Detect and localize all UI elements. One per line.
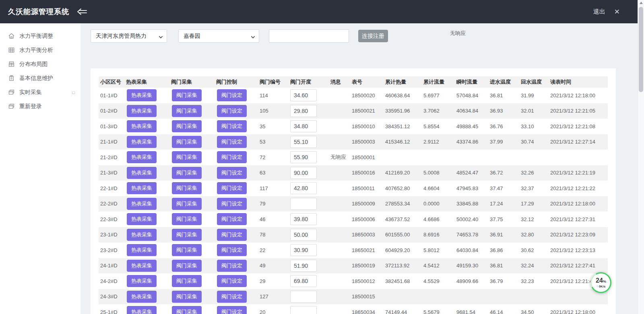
valve-collect-button[interactable]: 阀门采集: [172, 213, 202, 225]
inlet-temp-cell: 36.72: [488, 170, 519, 176]
sidebar-item-分布布局图[interactable]: 分布布局图: [0, 57, 80, 71]
valve-collect-button[interactable]: 阀门采集: [172, 136, 202, 148]
zone-cell: 01-1#D: [99, 92, 124, 99]
inlet-temp-cell: 37.47: [488, 185, 519, 191]
valve-collect-button[interactable]: 阀门采集: [172, 105, 202, 117]
valve-opening-input[interactable]: [290, 89, 317, 101]
heat-meter-collect-button[interactable]: 热表采集: [127, 120, 157, 132]
valve-set-button[interactable]: 阀门设定: [217, 260, 247, 272]
valve-collect-button[interactable]: 阀门采集: [172, 306, 202, 314]
inlet-temp-cell: 37.75: [488, 216, 519, 222]
inlet-temp-cell: 36.93: [488, 108, 519, 114]
heat-meter-collect-button[interactable]: 热表采集: [127, 213, 157, 225]
instant-flow-cell: 57048.84: [455, 92, 488, 99]
valve-set-button[interactable]: 阀门设定: [217, 89, 247, 101]
network-speed-badge[interactable]: 24% ↑ 0K/s: [590, 272, 611, 293]
heat-meter-collect-button[interactable]: 热表采集: [127, 291, 157, 303]
instant-flow-cell: 64030.84: [455, 247, 488, 253]
meter-number-cell: 18500011: [350, 185, 384, 191]
zone-cell: 22-1#D: [99, 185, 124, 191]
valve-opening-input[interactable]: [290, 244, 317, 256]
inlet-temp-cell: 37.99: [488, 139, 519, 145]
valve-set-button[interactable]: 阀门设定: [217, 244, 247, 256]
collapse-menu-icon[interactable]: [76, 8, 88, 15]
table-row: 21-2#D 热表采集 阀门采集 阀门设定 72 无响应 18500001: [99, 150, 608, 165]
sidebar-item-label: 水力平衡调整: [19, 33, 53, 40]
register-input[interactable]: [269, 29, 349, 43]
valve-collect-button[interactable]: 阀门采集: [172, 120, 202, 132]
heat-meter-collect-button[interactable]: 热表采集: [127, 244, 157, 256]
valve-set-button[interactable]: 阀门设定: [217, 306, 247, 314]
valve-set-button[interactable]: 阀门设定: [217, 120, 247, 132]
valve-collect-button[interactable]: 阀门采集: [172, 229, 202, 241]
valve-set-button[interactable]: 阀门设定: [217, 167, 247, 179]
valve-set-button[interactable]: 阀门设定: [217, 182, 247, 194]
valve-opening-input[interactable]: [290, 229, 317, 241]
sidebar-item-重新登录[interactable]: 重新登录: [0, 99, 80, 113]
heat-meter-collect-button[interactable]: 热表采集: [127, 275, 157, 287]
total-flow-cell: 5.8554: [422, 123, 455, 129]
valve-collect-button[interactable]: 阀门采集: [172, 182, 202, 194]
zone-cell: 01-3#D: [99, 123, 124, 129]
valve-set-button[interactable]: 阀门设定: [217, 198, 247, 210]
valve-opening-input[interactable]: [290, 291, 317, 303]
sidebar-item-水力平衡调整[interactable]: 水力平衡调整: [0, 29, 80, 43]
sidebar-item-实时采集[interactable]: 实时采集 □: [0, 85, 80, 99]
heat-meter-collect-button[interactable]: 热表采集: [127, 151, 157, 163]
valve-set-button[interactable]: 阀门设定: [217, 151, 247, 163]
valve-opening-input[interactable]: [290, 213, 317, 225]
valve-set-button[interactable]: 阀门设定: [217, 105, 247, 117]
instant-flow-cell: 9681.54: [455, 309, 488, 314]
heat-meter-collect-button[interactable]: 热表采集: [127, 260, 157, 272]
valve-number-cell: 79: [258, 201, 289, 207]
valve-opening-input[interactable]: [290, 105, 317, 117]
valve-opening-input[interactable]: [290, 151, 317, 163]
valve-collect-button[interactable]: 阀门采集: [172, 260, 202, 272]
sidebar-item-水力平衡分析[interactable]: 水力平衡分析: [0, 43, 80, 57]
heat-meter-collect-button[interactable]: 热表采集: [127, 229, 157, 241]
valve-opening-input[interactable]: [290, 167, 317, 179]
valve-collect-button[interactable]: 阀门采集: [172, 198, 202, 210]
sidebar-item-label: 分布布局图: [19, 61, 47, 68]
sidebar-item-基本信息维护[interactable]: 基本信息维护: [0, 71, 80, 85]
heat-meter-collect-button[interactable]: 热表采集: [127, 182, 157, 194]
heat-meter-collect-button[interactable]: 热表采集: [127, 306, 157, 314]
valve-opening-input[interactable]: [290, 120, 317, 132]
valve-collect-button[interactable]: 阀门采集: [172, 244, 202, 256]
valve-collect-button[interactable]: 阀门采集: [172, 275, 202, 287]
valve-collect-button[interactable]: 阀门采集: [172, 291, 202, 303]
inlet-temp-cell: 36.91: [488, 232, 519, 238]
valve-set-button[interactable]: 阀门设定: [217, 136, 247, 148]
heat-meter-collect-button[interactable]: 热表采集: [127, 198, 157, 210]
valve-collect-button[interactable]: 阀门采集: [172, 151, 202, 163]
valve-collect-button[interactable]: 阀门采集: [172, 167, 202, 179]
valve-set-button[interactable]: 阀门设定: [217, 213, 247, 225]
instant-flow-cell: 49159.30: [455, 263, 488, 269]
scrollbar-thumb[interactable]: [639, 7, 643, 92]
station-select[interactable]: 天津河东房管局热力: [91, 29, 167, 43]
valve-collect-button[interactable]: 阀门采集: [172, 89, 202, 101]
valve-set-button[interactable]: 阀门设定: [217, 229, 247, 241]
valve-opening-input[interactable]: [290, 260, 317, 272]
valve-opening-input[interactable]: [290, 306, 317, 314]
valve-set-button[interactable]: 阀门设定: [217, 291, 247, 303]
valve-set-button[interactable]: 阀门设定: [217, 275, 247, 287]
connect-register-button[interactable]: 连接注册: [358, 30, 388, 42]
logout-button[interactable]: 退出: [593, 8, 605, 16]
heat-meter-collect-button[interactable]: 热表采集: [127, 167, 157, 179]
valve-opening-input[interactable]: [290, 136, 317, 148]
meter-number-cell: 18650034: [350, 309, 384, 314]
community-select[interactable]: 嘉春园: [178, 29, 259, 43]
valve-opening-input[interactable]: [290, 198, 317, 210]
sidebar-item-label: 重新登录: [19, 103, 42, 110]
meter-number-cell: 18500020: [350, 92, 384, 99]
heat-meter-collect-button[interactable]: 热表采集: [127, 136, 157, 148]
vertical-scrollbar[interactable]: [638, 0, 644, 314]
scroll-up-arrow[interactable]: [640, 2, 643, 4]
total-flow-cell: 4.6686: [422, 216, 455, 222]
close-icon[interactable]: ✕: [614, 8, 620, 15]
heat-meter-collect-button[interactable]: 热表采集: [127, 89, 157, 101]
valve-opening-input[interactable]: [290, 275, 317, 287]
heat-meter-collect-button[interactable]: 热表采集: [127, 105, 157, 117]
valve-opening-input[interactable]: [290, 182, 317, 194]
